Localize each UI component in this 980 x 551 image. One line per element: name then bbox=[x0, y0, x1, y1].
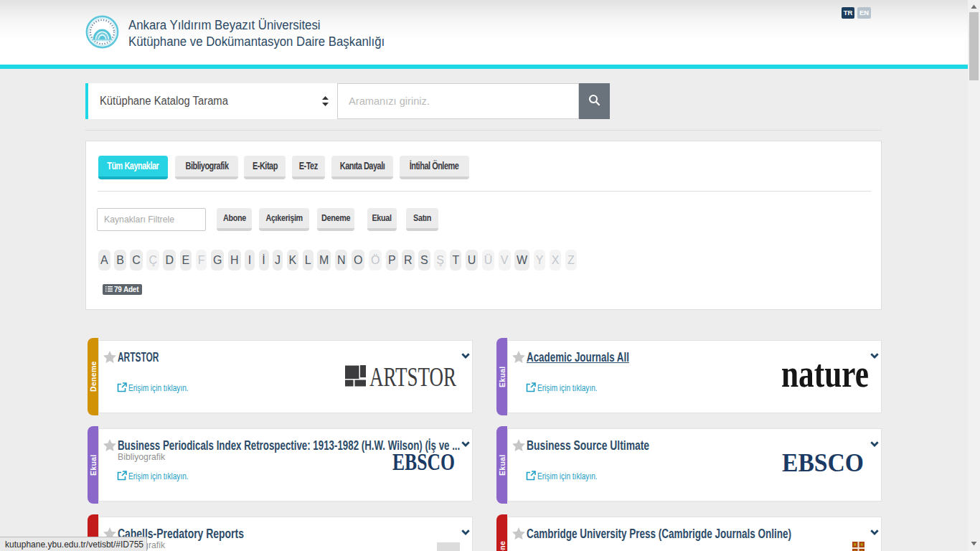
svg-text:EBSCO: EBSCO bbox=[392, 452, 455, 471]
svg-text:nature: nature bbox=[781, 360, 869, 392]
svg-text:EBSCO: EBSCO bbox=[782, 453, 864, 474]
svg-text:ARTSTOR: ARTSTOR bbox=[369, 365, 456, 387]
